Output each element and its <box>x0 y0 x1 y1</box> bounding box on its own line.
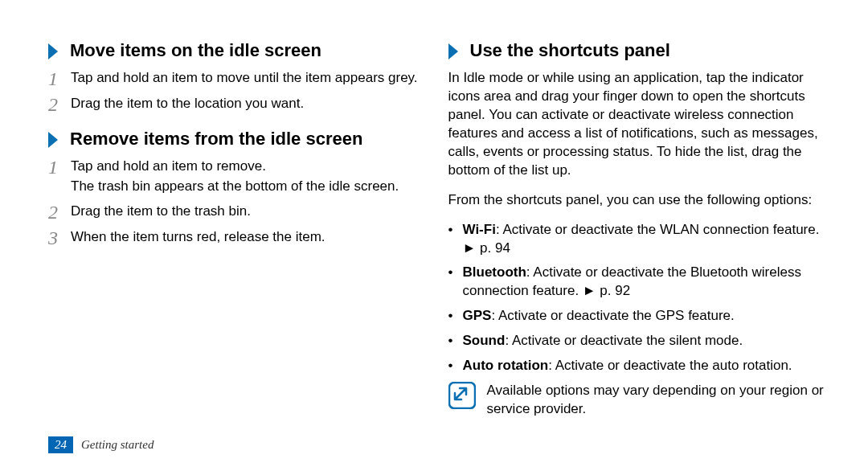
list-item: • Auto rotation: Activate or deactivate … <box>448 357 825 375</box>
list-item: • Wi-Fi: Activate or deactivate the WLAN… <box>448 221 825 258</box>
list-item: • GPS: Activate or deactivate the GPS fe… <box>448 307 825 326</box>
step-text: Tap and hold an item to move until the i… <box>71 69 418 88</box>
bullet-icon: • <box>448 357 463 375</box>
chevron-icon <box>448 40 461 61</box>
right-column: Use the shortcuts panel In Idle mode or … <box>448 40 825 419</box>
heading-text: Use the shortcuts panel <box>470 40 670 61</box>
chevron-icon <box>48 129 60 149</box>
step-text-main: Tap and hold an item to remove. <box>71 158 266 174</box>
option-name: GPS <box>463 308 492 323</box>
move-items-steps: 1 Tap and hold an item to move until the… <box>48 69 424 114</box>
option-desc: : Activate or deactivate the auto rotati… <box>548 358 792 373</box>
note-callout: Available options may vary depending on … <box>448 382 825 419</box>
bullet-icon: • <box>448 221 463 258</box>
step-number: 2 <box>48 203 71 222</box>
bullet-text: Wi-Fi: Activate or deactivate the WLAN c… <box>463 221 825 258</box>
svg-marker-0 <box>48 43 58 59</box>
note-icon <box>448 382 476 409</box>
section-heading-shortcuts: Use the shortcuts panel <box>448 40 825 61</box>
section-name: Getting started <box>81 438 154 452</box>
remove-items-steps: 1 Tap and hold an item to remove. The tr… <box>48 158 424 248</box>
page-number: 24 <box>48 436 73 453</box>
page-footer: 24 Getting started <box>48 436 154 453</box>
section-heading-move-items: Move items on the idle screen <box>48 40 424 61</box>
step-number: 2 <box>48 95 71 114</box>
options-list: • Wi-Fi: Activate or deactivate the WLAN… <box>448 221 825 376</box>
list-item: 3 When the item turns red, release the i… <box>48 228 424 248</box>
left-column: Move items on the idle screen 1 Tap and … <box>48 40 424 419</box>
step-text: Drag the item to the trash bin. <box>71 203 251 221</box>
step-number: 3 <box>48 228 71 248</box>
option-name: Auto rotation <box>463 358 549 373</box>
list-item: 1 Tap and hold an item to move until the… <box>48 69 424 88</box>
step-text-sub: The trash bin appears at the bottom of t… <box>71 178 399 196</box>
option-desc: : Activate or deactivate the silent mode… <box>505 333 743 348</box>
chevron-icon <box>48 40 60 61</box>
option-name: Bluetooth <box>463 264 526 280</box>
bullet-icon: • <box>448 332 463 350</box>
list-item: • Sound: Activate or deactivate the sile… <box>448 332 825 350</box>
section-heading-remove-items: Remove items from the idle screen <box>48 129 424 149</box>
step-number: 1 <box>48 69 71 88</box>
step-text: Tap and hold an item to remove. The tras… <box>71 158 399 196</box>
list-item: • Bluetooth: Activate or deactivate the … <box>448 264 825 301</box>
list-item: 1 Tap and hold an item to remove. The tr… <box>48 158 424 196</box>
bullet-text: Auto rotation: Activate or deactivate th… <box>463 357 792 375</box>
option-desc: : Activate or deactivate the GPS feature… <box>491 308 734 323</box>
bullet-icon: • <box>448 307 463 326</box>
option-name: Wi-Fi <box>463 222 496 237</box>
intro-paragraph: In Idle mode or while using an applicati… <box>448 69 825 180</box>
step-number: 1 <box>48 158 71 177</box>
options-intro: From the shortcuts panel, you can use th… <box>448 191 825 210</box>
list-item: 2 Drag the item to the location you want… <box>48 95 424 114</box>
step-text: Drag the item to the location you want. <box>71 95 304 113</box>
svg-rect-3 <box>449 383 475 408</box>
svg-marker-1 <box>48 132 58 148</box>
bullet-icon: • <box>448 264 463 301</box>
content-columns: Move items on the idle screen 1 Tap and … <box>48 40 824 419</box>
note-text: Available options may vary depending on … <box>487 382 825 419</box>
heading-text: Remove items from the idle screen <box>70 129 362 149</box>
list-item: 2 Drag the item to the trash bin. <box>48 203 424 222</box>
option-name: Sound <box>463 333 506 348</box>
option-desc: : Activate or deactivate the WLAN connec… <box>463 222 820 256</box>
bullet-text: Sound: Activate or deactivate the silent… <box>463 332 743 350</box>
bullet-text: Bluetooth: Activate or deactivate the Bl… <box>463 264 825 301</box>
bullet-text: GPS: Activate or deactivate the GPS feat… <box>463 307 735 326</box>
svg-marker-2 <box>448 43 458 59</box>
heading-text: Move items on the idle screen <box>70 40 321 61</box>
step-text: When the item turns red, release the ite… <box>71 228 326 247</box>
